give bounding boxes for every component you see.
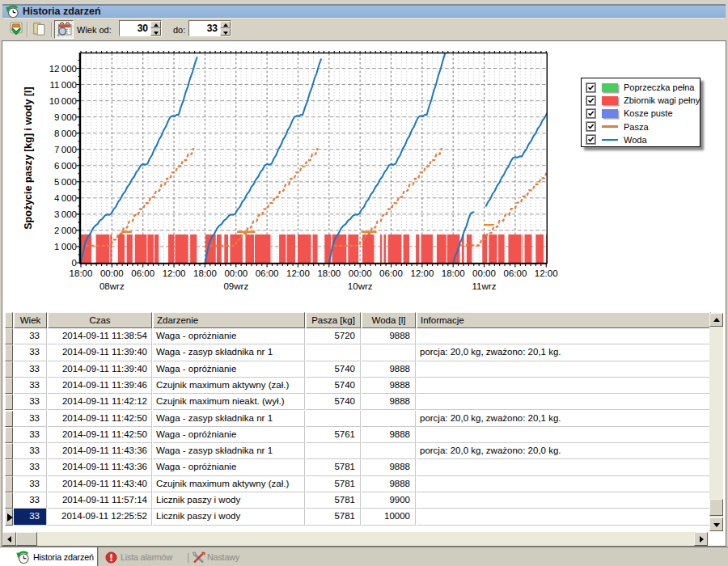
svg-text:12:00: 12:00	[286, 268, 310, 278]
svg-text:1 000: 1 000	[54, 242, 77, 251]
svg-text:11wrz: 11wrz	[472, 281, 497, 291]
svg-text:8 000: 8 000	[54, 129, 77, 138]
svg-text:00:00: 00:00	[224, 268, 248, 278]
svg-text:00:00: 00:00	[349, 268, 372, 278]
svg-text:06:00: 06:00	[504, 268, 527, 278]
svg-text:0: 0	[72, 258, 77, 268]
svg-text:18:00: 18:00	[317, 268, 341, 278]
svg-text:18:00: 18:00	[442, 268, 465, 278]
svg-text:5 000: 5 000	[54, 177, 77, 187]
svg-text:08wrz: 08wrz	[99, 281, 125, 291]
svg-text:2 000: 2 000	[54, 226, 77, 235]
svg-text:06:00: 06:00	[256, 268, 279, 278]
svg-text:3 000: 3 000	[54, 209, 77, 219]
svg-text:12 000: 12 000	[49, 64, 77, 74]
svg-text:18:00: 18:00	[193, 268, 217, 278]
svg-text:00:00: 00:00	[472, 268, 496, 278]
svg-text:12:00: 12:00	[163, 268, 186, 278]
svg-text:Spożycie paszy [kg] i wody [l]: Spożycie paszy [kg] i wody [l]	[23, 87, 34, 229]
svg-text:00:00: 00:00	[100, 268, 124, 278]
svg-text:11 000: 11 000	[50, 80, 77, 90]
svg-text:9 000: 9 000	[54, 112, 77, 122]
svg-text:7 000: 7 000	[54, 145, 77, 154]
svg-text:10 000: 10 000	[49, 96, 77, 106]
svg-text:18:00: 18:00	[70, 268, 93, 278]
svg-text:6 000: 6 000	[54, 161, 77, 171]
svg-text:12:00: 12:00	[535, 268, 558, 278]
svg-text:4 000: 4 000	[54, 193, 77, 203]
svg-text:06:00: 06:00	[131, 268, 154, 278]
svg-text:12:00: 12:00	[411, 268, 434, 278]
svg-text:10wrz: 10wrz	[348, 281, 373, 291]
svg-text:09wrz: 09wrz	[223, 281, 248, 291]
svg-text:06:00: 06:00	[379, 268, 403, 278]
